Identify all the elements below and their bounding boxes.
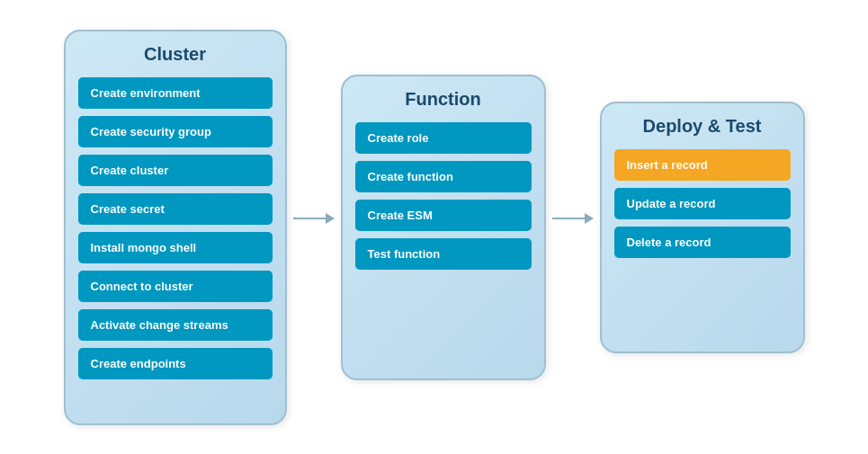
function-item-create-esm[interactable]: Create ESM	[355, 200, 532, 231]
function-panel: Function Create role Create function Cre…	[341, 75, 546, 380]
diagram-container: Cluster Create environment Create securi…	[0, 0, 868, 454]
cluster-item-connect-to-cluster[interactable]: Connect to cluster	[78, 271, 273, 302]
arrow-2-line	[552, 218, 585, 219]
arrow-2-shape	[552, 213, 594, 224]
arrow-1	[287, 213, 341, 224]
cluster-item-activate-change-streams[interactable]: Activate change streams	[78, 309, 273, 341]
arrow-2	[546, 213, 600, 224]
deploy-item-insert-record[interactable]: Insert a record	[614, 149, 791, 181]
cluster-item-create-environment[interactable]: Create environment	[78, 77, 273, 109]
function-item-test-function[interactable]: Test function	[355, 238, 532, 270]
deploy-panel: Deploy & Test Insert a record Update a r…	[600, 102, 805, 353]
cluster-item-install-mongo-shell[interactable]: Install mongo shell	[78, 232, 273, 263]
function-item-create-function[interactable]: Create function	[355, 161, 532, 192]
cluster-item-create-security-group[interactable]: Create security group	[78, 116, 273, 147]
cluster-item-create-cluster[interactable]: Create cluster	[78, 155, 273, 186]
deploy-item-update-record[interactable]: Update a record	[614, 188, 791, 219]
arrow-1-shape	[293, 213, 335, 224]
arrow-1-line	[293, 218, 326, 219]
arrow-1-head	[326, 213, 335, 224]
function-panel-title: Function	[405, 89, 480, 110]
cluster-item-create-secret[interactable]: Create secret	[78, 193, 273, 225]
cluster-item-create-endpoints[interactable]: Create endpoints	[78, 348, 273, 379]
deploy-item-delete-record[interactable]: Delete a record	[614, 227, 791, 258]
function-item-create-role[interactable]: Create role	[355, 122, 532, 154]
arrow-2-head	[585, 213, 594, 224]
deploy-panel-title: Deploy & Test	[643, 116, 762, 137]
cluster-panel-title: Cluster	[144, 44, 206, 65]
cluster-panel: Cluster Create environment Create securi…	[64, 30, 287, 425]
